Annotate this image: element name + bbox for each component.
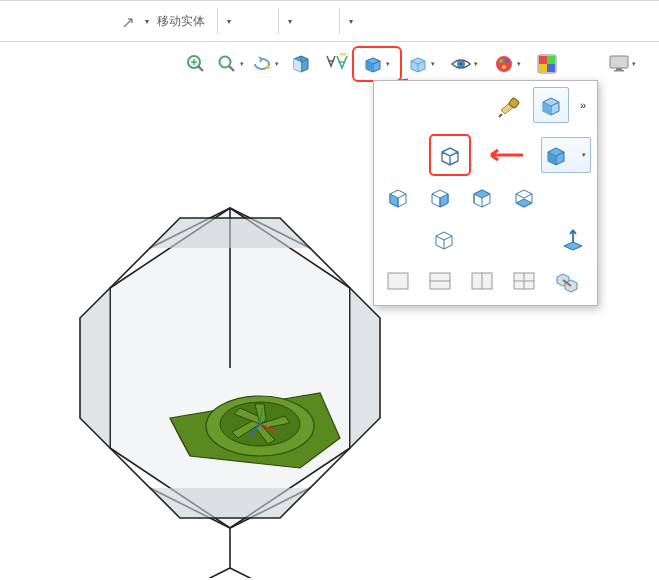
front-view-button[interactable]: [380, 179, 416, 215]
appearance-icon: [493, 53, 515, 75]
svg-rect-14: [610, 56, 628, 68]
normal-to-button[interactable]: [555, 221, 591, 257]
svg-rect-15: [616, 68, 622, 70]
left-view-button[interactable]: [464, 179, 500, 215]
dropdown-arrow-icon: ▾: [142, 17, 152, 26]
popout-icon: [118, 9, 142, 33]
section-view-button[interactable]: [285, 49, 317, 79]
blank-dropdown-2[interactable]: ▾: [285, 17, 295, 26]
display-style-icon: [408, 54, 428, 74]
blank-dropdown-1[interactable]: ▾: [224, 17, 234, 26]
zoom-area-icon: [217, 54, 237, 74]
monitor-icon: [608, 54, 630, 74]
section-view-icon: [290, 53, 312, 75]
normal-to-icon: [560, 226, 586, 252]
view-orientation-button[interactable]: ▾: [355, 49, 399, 79]
eye-icon: [450, 55, 472, 73]
svg-rect-11: [547, 56, 555, 64]
wireframe-cube-icon: [437, 142, 463, 168]
right-view-button[interactable]: [506, 179, 542, 215]
four-viewport-button[interactable]: [506, 263, 542, 299]
shaded-cube-icon: [544, 143, 568, 167]
linked-viewport-button[interactable]: [548, 263, 584, 299]
separator: [339, 8, 340, 34]
two-viewport-v-button[interactable]: [464, 263, 500, 299]
svg-point-2: [266, 65, 270, 69]
svg-rect-12: [539, 64, 547, 72]
more-views-button[interactable]: »: [575, 99, 591, 111]
popout-tool[interactable]: ▾: [118, 9, 152, 33]
rotate-view-icon: [251, 54, 273, 74]
single-viewport-button[interactable]: [380, 263, 416, 299]
monitor-button[interactable]: ▾: [603, 49, 643, 79]
view-orientation-flyout: » ▾: [373, 80, 598, 306]
svg-rect-21: [388, 273, 408, 289]
color-scheme-button[interactable]: [531, 49, 563, 79]
annotation-arrow-2: [485, 146, 525, 164]
svg-rect-16: [614, 70, 624, 72]
rotate-view-button[interactable]: ▾: [250, 49, 282, 79]
chevron-down-icon: ▾: [238, 51, 246, 77]
wireframe-cube-button[interactable]: [432, 137, 468, 173]
svg-point-8: [502, 65, 506, 69]
back-view-button[interactable]: [422, 179, 458, 215]
svg-rect-10: [539, 56, 547, 64]
chevron-down-icon: ▾: [630, 51, 638, 77]
telescope-view-button[interactable]: [491, 87, 527, 123]
chevron-down-icon: ▾: [580, 151, 588, 159]
svg-point-4: [460, 63, 463, 66]
isometric-view-button[interactable]: [533, 87, 569, 123]
separator: [217, 8, 218, 34]
view-toolbar: ▾ ▾ ▾ ▾ ▾ ▾: [180, 48, 643, 80]
appearance-button[interactable]: ▾: [488, 49, 528, 79]
top-view-button[interactable]: [426, 221, 462, 257]
color-scheme-icon: [536, 53, 558, 75]
chevron-down-icon: ▾: [384, 51, 392, 77]
hide-show-button[interactable]: ▾: [445, 49, 485, 79]
separator: [278, 8, 279, 34]
zoom-fit-button[interactable]: [180, 49, 212, 79]
dynamic-annotation-icon: [324, 53, 348, 75]
svg-point-5: [496, 56, 512, 72]
zoom-area-button[interactable]: ▾: [215, 49, 247, 79]
two-viewport-h-button[interactable]: [422, 263, 458, 299]
telescope-icon: [496, 92, 522, 118]
svg-point-1: [220, 57, 231, 68]
graphics-viewport[interactable]: ▾ ▾ ▾ ▾ ▾ ▾: [0, 48, 659, 580]
dynamic-annotation-button[interactable]: [320, 49, 352, 79]
svg-point-7: [505, 59, 509, 63]
svg-point-6: [499, 59, 503, 63]
chevron-down-icon: ▾: [515, 51, 523, 77]
linked-viewport-icon: [553, 269, 579, 293]
zoom-fit-icon: [185, 53, 207, 75]
chevron-down-icon: ▾: [429, 51, 437, 77]
view-orientation-icon: [362, 53, 384, 75]
chevron-down-icon: ▾: [472, 51, 480, 77]
model-view: [50, 148, 410, 578]
display-style-button[interactable]: ▾: [402, 49, 442, 79]
iso-cube-icon: [538, 92, 564, 118]
svg-rect-13: [547, 64, 555, 72]
blank-dropdown-3[interactable]: ▾: [346, 17, 356, 26]
shaded-cube-dropdown[interactable]: ▾: [541, 137, 591, 173]
move-solid-label: 移动实体: [157, 13, 205, 30]
chevron-down-icon: ▾: [273, 51, 281, 77]
app-toolbar: ▾ 移动实体 ▾ ▾ ▾: [0, 1, 659, 42]
